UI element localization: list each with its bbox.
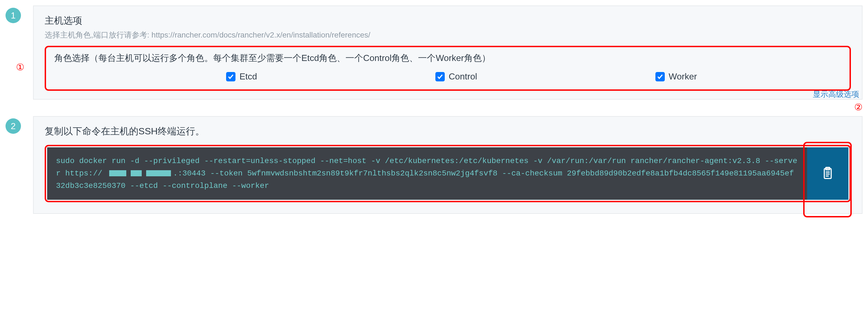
step-1-title: 主机选项	[45, 15, 851, 27]
annotation-mark-1: ①	[14, 61, 27, 74]
role-selection-box: 角色选择（每台主机可以运行多个角色。每个集群至少需要一个Etcd角色、一个Con…	[45, 46, 851, 91]
step-1-container: 1 ① 主机选项 选择主机角色,端口放行请参考: https://rancher…	[5, 5, 863, 100]
role-etcd-label: Etcd	[239, 72, 257, 82]
redacted-ip-segment	[131, 170, 142, 176]
role-control-checkbox[interactable]	[435, 72, 445, 81]
check-icon	[227, 74, 234, 80]
step-1-badge: 1	[5, 8, 21, 23]
role-worker-checkbox[interactable]	[655, 72, 665, 81]
role-etcd-checkbox[interactable]	[226, 72, 236, 81]
role-instruction: 角色选择（每台主机可以运行多个角色。每个集群至少需要一个Etcd角色、一个Con…	[54, 52, 841, 64]
step-2-badge: 2	[5, 118, 21, 134]
clipboard-icon	[822, 167, 834, 180]
step-2-title: 复制以下命令在主机的SSH终端运行。	[45, 125, 851, 138]
role-etcd-item: Etcd	[226, 72, 257, 82]
step-2-panel: ② 复制以下命令在主机的SSH终端运行。 sudo docker run -d …	[33, 116, 863, 214]
step-2-number: 2	[11, 121, 16, 131]
role-checkbox-row: Etcd Control Worker	[54, 71, 841, 83]
redacted-ip-segment	[109, 170, 126, 176]
show-advanced-link[interactable]: 显示高级选项	[813, 89, 859, 100]
check-icon	[437, 74, 443, 80]
step-1-number: 1	[11, 10, 16, 21]
step-1-panel: 主机选项 选择主机角色,端口放行请参考: https://rancher.com…	[33, 5, 863, 100]
role-worker-label: Worker	[669, 72, 697, 82]
step-2-container: 2 ② 复制以下命令在主机的SSH终端运行。 sudo docker run -…	[5, 116, 863, 214]
check-icon	[657, 74, 663, 80]
annotation-mark-2: ②	[852, 101, 865, 113]
command-code-block[interactable]: sudo docker run -d --privileged --restar…	[47, 147, 807, 200]
command-wrapper: sudo docker run -d --privileged --restar…	[45, 145, 851, 202]
step-1-subtitle: 选择主机角色,端口放行请参考: https://rancher.com/docs…	[45, 30, 851, 40]
redacted-ip-segment	[146, 170, 171, 176]
role-control-item: Control	[435, 72, 477, 82]
role-worker-item: Worker	[655, 72, 697, 82]
role-control-label: Control	[448, 72, 477, 82]
copy-command-button[interactable]	[807, 147, 848, 200]
